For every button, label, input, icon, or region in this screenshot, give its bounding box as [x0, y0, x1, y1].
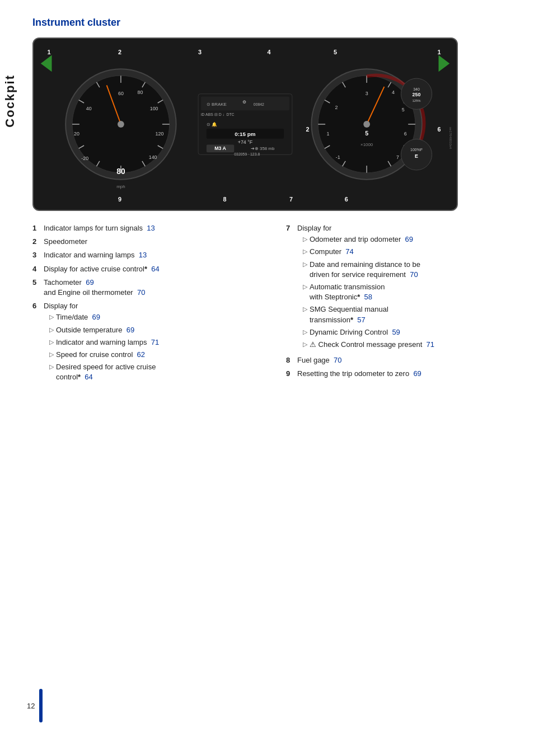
arrow-icon: ▷ [49, 326, 54, 334]
arrow-icon: ▷ [49, 338, 54, 346]
arrow-icon: ▷ [49, 350, 54, 359]
svg-text:40: 40 [86, 106, 92, 111]
svg-text:250: 250 [413, 92, 421, 97]
legend-link-3[interactable]: 13 [139, 251, 147, 259]
svg-point-25 [118, 121, 124, 128]
legend-link-6-3[interactable]: 71 [151, 338, 159, 346]
legend-link-8[interactable]: 70 [334, 356, 341, 364]
svg-text:×1000: ×1000 [360, 142, 373, 147]
svg-text:+74 °F: +74 °F [238, 139, 253, 145]
svg-text:E: E [415, 153, 418, 159]
svg-point-65 [363, 121, 370, 128]
svg-text:340: 340 [413, 87, 420, 91]
svg-text:80: 80 [138, 90, 143, 95]
legend-link-7-6[interactable]: 59 [392, 328, 400, 336]
svg-text:60: 60 [118, 91, 124, 96]
instrument-cluster-image: 60 40 20 -20 80 100 120 140 80 mph ⊙ BRA… [32, 37, 458, 211]
legend-subitem-7-2: ▷ Computer 74 [303, 247, 517, 257]
page-number: 12 [27, 702, 35, 710]
arrow-icon: ▷ [49, 363, 54, 371]
sub-text-7-6: Dynamic Driving Control 59 [310, 327, 517, 337]
svg-text:⊙  🔔: ⊙ 🔔 [207, 121, 217, 127]
legend-subitem-7-3: ▷ Date and remaining distance to bedrive… [303, 260, 517, 280]
sub-text-7-1: Odometer and trip odometer 69 [310, 234, 517, 245]
sub-text-7-3: Date and remaining distance to bedriven … [310, 260, 517, 280]
legend-link-7-5[interactable]: 57 [357, 316, 365, 324]
sub-text-6-1: Time/date 69 [56, 312, 264, 322]
legend-text-3: Indicator and warning lamps 13 [44, 250, 264, 260]
legend-text-5: Tachometer 69 and Engine oil thermometer… [44, 278, 264, 298]
svg-text:7: 7 [396, 154, 399, 160]
legend-link-7-7[interactable]: 71 [427, 340, 434, 349]
legend-item-6: 6 Display for ▷ Time/date 69 ▷ [32, 301, 264, 384]
svg-text:6: 6 [404, 131, 407, 137]
legend-text-1: Indicator lamps for turn signals 13 [44, 223, 264, 233]
legend-section: 1 Indicator lamps for turn signals 13 2 … [32, 223, 517, 388]
svg-text:-1: -1 [336, 154, 340, 160]
svg-text:5: 5 [365, 130, 368, 137]
legend-item-5: 5 Tachometer 69 and Engine oil thermomet… [32, 278, 264, 298]
legend-num-7: 7 [286, 223, 297, 233]
svg-text:3: 3 [366, 91, 368, 96]
legend-item-3: 3 Indicator and warning lamps 13 [32, 250, 264, 260]
legend-link-1[interactable]: 13 [147, 224, 154, 232]
svg-text:1: 1 [48, 49, 51, 55]
svg-text:6: 6 [345, 196, 348, 203]
arrow-icon: ▷ [303, 235, 307, 243]
arrow-icon: ▷ [303, 340, 307, 349]
legend-link-4[interactable]: 64 [151, 265, 159, 273]
legend-link-9[interactable]: 69 [413, 369, 421, 378]
svg-text:100%F: 100%F [410, 148, 423, 152]
legend-link-5b[interactable]: 70 [137, 288, 145, 297]
legend-right-col: 7 Display for ▷ Odometer and trip odomet… [286, 223, 517, 388]
arrow-icon: ▷ [303, 328, 307, 336]
arrow-icon: ▷ [303, 305, 307, 313]
svg-text:mph: mph [116, 184, 125, 189]
legend-text-8: Fuel gage 70 [297, 355, 517, 365]
legend-text-7: Display for ▷ Odometer and trip odometer… [297, 223, 517, 352]
legend-num-3: 3 [32, 250, 44, 260]
legend-link-7-3[interactable]: 70 [410, 270, 418, 279]
svg-text:125%: 125% [412, 99, 421, 102]
svg-text:⊙ BRAKE: ⊙ BRAKE [207, 102, 227, 107]
sidebar-cockpit: Cockpit [0, 45, 20, 157]
svg-text:oe17648010x4: oe17648010x4 [449, 127, 452, 149]
svg-text:80: 80 [116, 167, 125, 176]
svg-text:1: 1 [327, 131, 330, 137]
legend-link-6-5[interactable]: 64 [85, 373, 92, 381]
legend-subitem-6-3: ▷ Indicator and warning lamps 71 [49, 337, 264, 348]
sub-text-7-4: Automatic transmissionwith Steptronic* 5… [310, 282, 517, 302]
sub-text-6-4: Speed for cruise control 62 [56, 350, 264, 360]
legend-link-7-1[interactable]: 69 [405, 235, 413, 243]
legend-subitem-6-1: ▷ Time/date 69 [49, 312, 264, 322]
svg-text:3: 3 [198, 49, 202, 55]
legend-link-6-2[interactable]: 69 [127, 326, 134, 334]
legend-text-6: Display for ▷ Time/date 69 ▷ Outside tem… [44, 301, 264, 384]
legend-num-4: 4 [32, 264, 44, 274]
svg-text:4: 4 [392, 90, 395, 95]
section-title: Instrument cluster [32, 17, 517, 29]
legend-subitem-6-5: ▷ Desired speed for active cruisecontrol… [49, 362, 264, 382]
legend-subitem-7-5: ▷ SMG Sequential manualtransmission* 57 [303, 304, 517, 325]
sub-text-6-3: Indicator and warning lamps 71 [56, 337, 264, 348]
svg-text:0:15 pm: 0:15 pm [235, 131, 255, 137]
legend-sublist-6: ▷ Time/date 69 ▷ Outside temperature 69 [49, 312, 264, 382]
legend-num-9: 9 [286, 369, 297, 379]
svg-text:1: 1 [438, 49, 441, 55]
legend-link-6-1[interactable]: 69 [92, 313, 100, 321]
svg-text:M3 A: M3 A [214, 145, 226, 151]
svg-text:2: 2 [306, 126, 310, 133]
legend-link-5a[interactable]: 69 [86, 278, 93, 287]
legend-item-7: 7 Display for ▷ Odometer and trip odomet… [286, 223, 517, 352]
legend-text-9: Resetting the trip odometer to zero 69 [297, 369, 517, 379]
svg-text:iD ABS ⊟ D ↓: iD ABS ⊟ D ↓ [201, 112, 224, 116]
legend-link-6-4[interactable]: 62 [137, 350, 145, 359]
legend-link-7-4[interactable]: 58 [364, 293, 372, 301]
legend-item-4: 4 Display for active cruise control* 64 [32, 264, 264, 274]
legend-link-7-2[interactable]: 74 [345, 247, 353, 256]
svg-text:4: 4 [267, 49, 270, 55]
svg-text:00842: 00842 [254, 102, 264, 106]
sub-text-7-5: SMG Sequential manualtransmission* 57 [310, 304, 517, 325]
svg-text:2: 2 [335, 105, 338, 110]
legend-subitem-7-6: ▷ Dynamic Driving Control 59 [303, 327, 517, 337]
